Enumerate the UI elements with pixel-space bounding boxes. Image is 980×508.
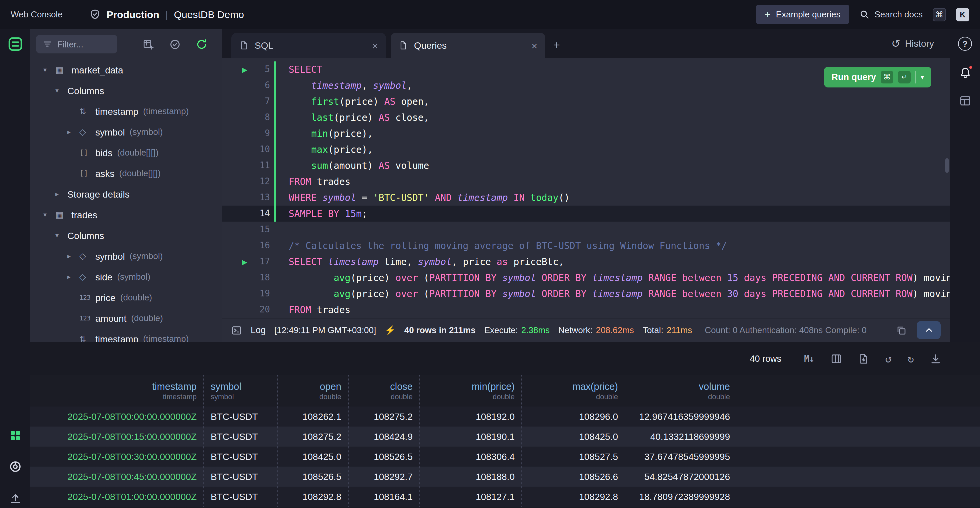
table-row[interactable]: 2025-07-08T00:00:00.000000ZBTC-USDT10826…: [30, 407, 980, 427]
sql-editor[interactable]: ▶5SELECT6 timestamp, symbol,7 first(pric…: [222, 58, 950, 318]
tree-item-storage-details[interactable]: ▸Storage details: [30, 184, 222, 204]
editor-line-10[interactable]: 10 max(price),: [222, 142, 950, 158]
run-query-button[interactable]: Run query ⌘ ↵ ▾: [824, 67, 931, 88]
cell-timestamp[interactable]: 2025-07-08T01:00:00.000000Z: [30, 487, 204, 506]
help-button[interactable]: ?: [958, 37, 972, 51]
column-header-min-price-[interactable]: min(price)double: [420, 375, 522, 407]
history-button[interactable]: ↺ History: [891, 29, 934, 58]
tree-item-timestamp[interactable]: ⇅timestamp(timestamp): [30, 101, 222, 121]
cell-close[interactable]: 108424.9: [348, 427, 420, 447]
column-header-max-price-[interactable]: max(price)double: [522, 375, 625, 407]
run-line-icon[interactable]: ▶: [222, 61, 251, 77]
cell-max-price-[interactable]: 108296.0: [522, 407, 625, 427]
new-tab-button[interactable]: +: [545, 33, 568, 58]
chevron-right-icon[interactable]: ▸: [67, 252, 80, 260]
editor-line-17[interactable]: ▶17SELECT timestamp time, symbol, price …: [222, 254, 950, 270]
tree-item-columns[interactable]: ▾Columns: [30, 80, 222, 101]
query-history-icon[interactable]: ↺: [885, 352, 891, 365]
column-header-symbol[interactable]: symbolsymbol: [204, 375, 278, 407]
refresh-icon[interactable]: ↻: [908, 352, 914, 365]
editor-line-9[interactable]: 9 min(price),: [222, 126, 950, 142]
tree-item-amount[interactable]: 123amount(double): [30, 308, 222, 328]
tab-queries[interactable]: Queries ×: [391, 33, 545, 58]
chevron-right-icon[interactable]: ▸: [55, 190, 67, 198]
tree-item-side[interactable]: ▸◇side(symbol): [30, 266, 222, 287]
column-header-timestamp[interactable]: timestamptimestamp: [30, 375, 204, 407]
table-row[interactable]: 2025-07-08T00:15:00.000000ZBTC-USDT10827…: [30, 427, 980, 447]
grid-view-icon[interactable]: [9, 429, 21, 442]
cell-open[interactable]: 108526.5: [278, 466, 348, 487]
cell-min-price-[interactable]: 108306.4: [420, 447, 522, 466]
chevron-right-icon[interactable]: ▸: [67, 128, 80, 136]
add-table-icon[interactable]: [143, 38, 154, 50]
tree-item-market-data[interactable]: ▾▦market_data: [30, 59, 222, 80]
cell-timestamp[interactable]: 2025-07-08T00:00:00.000000Z: [30, 407, 204, 427]
panels-icon[interactable]: [959, 95, 971, 107]
cell-min-price-[interactable]: 108190.1: [420, 427, 522, 447]
cell-min-price-[interactable]: 108192.0: [420, 407, 522, 427]
run-line-icon[interactable]: ▶: [222, 254, 251, 270]
chevron-down-icon[interactable]: ▾: [43, 66, 55, 73]
chevron-down-icon[interactable]: ▾: [43, 211, 55, 218]
cell-max-price-[interactable]: 108526.6: [522, 466, 625, 487]
filter-input[interactable]: Filter...: [36, 35, 117, 53]
cell-close[interactable]: 108275.2: [348, 407, 420, 427]
copy-icon[interactable]: [896, 325, 907, 335]
cell-close[interactable]: 108292.7: [348, 466, 420, 487]
cell-open[interactable]: 108425.0: [278, 447, 348, 466]
tree-item-asks[interactable]: []asks(double[][]): [30, 163, 222, 184]
refresh-schema-icon[interactable]: [196, 38, 207, 50]
cell-min-price-[interactable]: 108127.1: [420, 487, 522, 506]
chevron-down-icon[interactable]: ▾: [921, 73, 924, 81]
cell-volume[interactable]: 18.780972389999928: [625, 487, 737, 506]
editor-line-14[interactable]: 14SAMPLE BY 15m;: [222, 206, 950, 222]
columns-icon[interactable]: [830, 353, 842, 364]
cell-close[interactable]: 108164.1: [348, 487, 420, 506]
chevron-down-icon[interactable]: ▾: [55, 232, 67, 239]
example-queries-button[interactable]: + Example queries: [756, 5, 849, 24]
cell-timestamp[interactable]: 2025-07-08T00:15:00.000000Z: [30, 427, 204, 447]
cell-open[interactable]: 108262.1: [278, 407, 348, 427]
editor-line-15[interactable]: 15: [222, 222, 950, 238]
cell-max-price-[interactable]: 108527.5: [522, 447, 625, 466]
upload-icon[interactable]: [9, 492, 21, 505]
pie-chart-icon[interactable]: [8, 460, 22, 473]
cell-symbol[interactable]: BTC-USDT: [204, 427, 278, 447]
editor-line-11[interactable]: 11 sum(amount) AS volume: [222, 158, 950, 174]
column-header-volume[interactable]: volumedouble: [625, 375, 737, 407]
editor-line-12[interactable]: 12FROM trades: [222, 174, 950, 190]
column-header-close[interactable]: closedouble: [348, 375, 420, 407]
table-row[interactable]: 2025-07-08T00:45:00.000000ZBTC-USDT10852…: [30, 466, 980, 487]
close-tab-icon[interactable]: ×: [531, 40, 537, 51]
tree-item-symbol[interactable]: ▸◇symbol(symbol): [30, 121, 222, 142]
export-icon[interactable]: [858, 353, 869, 364]
cell-symbol[interactable]: BTC-USDT: [204, 447, 278, 466]
editor-line-7[interactable]: 7 first(price) AS open,: [222, 93, 950, 109]
download-icon[interactable]: [930, 353, 941, 364]
tab-sql[interactable]: SQL ×: [231, 33, 386, 58]
cell-min-price-[interactable]: 108188.0: [420, 466, 522, 487]
markdown-icon[interactable]: M↓: [804, 353, 815, 363]
tree-item-trades[interactable]: ▾▦trades: [30, 204, 222, 225]
cell-volume[interactable]: 40.1332118699999: [625, 427, 737, 447]
check-circle-icon[interactable]: [169, 38, 181, 50]
tree-item-symbol[interactable]: ▸◇symbol(symbol): [30, 246, 222, 266]
editor-line-20[interactable]: 20FROM trades: [222, 302, 950, 318]
table-row[interactable]: 2025-07-08T00:30:00.000000ZBTC-USDT10842…: [30, 447, 980, 466]
tree-item-columns[interactable]: ▾Columns: [30, 225, 222, 246]
tree-item-bids[interactable]: []bids(double[][]): [30, 142, 222, 163]
collapse-log-button[interactable]: [917, 321, 941, 339]
chevron-right-icon[interactable]: ▸: [67, 273, 80, 280]
editor-scrollbar[interactable]: [945, 158, 949, 173]
editor-line-8[interactable]: 8 last(price) AS close,: [222, 109, 950, 126]
cell-open[interactable]: 108292.8: [278, 487, 348, 506]
cell-volume[interactable]: 54.82547872000126: [625, 466, 737, 487]
cell-max-price-[interactable]: 108425.0: [522, 427, 625, 447]
editor-line-16[interactable]: 16/* Calculates the rolling moving avera…: [222, 238, 950, 254]
tree-item-price[interactable]: 123price(double): [30, 287, 222, 308]
editor-line-13[interactable]: 13WHERE symbol = 'BTC-USDT' AND timestam…: [222, 190, 950, 206]
editor-line-18[interactable]: 18 avg(price) over (PARTITION BY symbol …: [222, 270, 950, 286]
chevron-down-icon[interactable]: ▾: [55, 87, 67, 94]
cell-timestamp[interactable]: 2025-07-08T00:45:00.000000Z: [30, 466, 204, 487]
cell-symbol[interactable]: BTC-USDT: [204, 466, 278, 487]
